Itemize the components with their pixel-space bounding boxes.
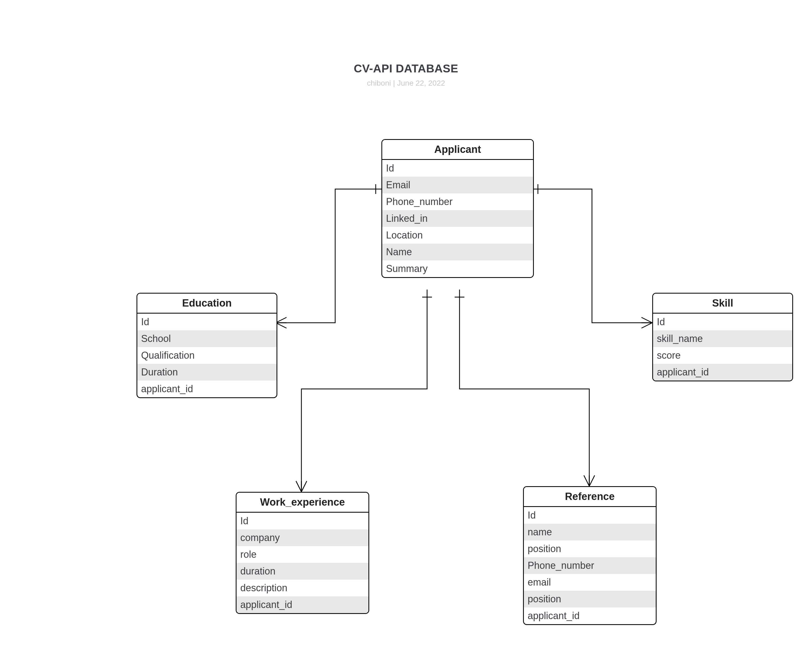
diagram-canvas: CV-API DATABASE chiboni | June 22, 2022	[0, 0, 812, 662]
entity-skill: Skill Id skill_name score applicant_id	[652, 293, 793, 381]
field: Summary	[382, 260, 533, 277]
field: position	[524, 591, 656, 607]
field: Linked_in	[382, 210, 533, 227]
field: position	[524, 540, 656, 557]
entity-education: Education Id School Qualification Durati…	[137, 293, 277, 398]
field: Duration	[137, 364, 277, 381]
field: Id	[653, 313, 792, 330]
entity-education-header: Education	[137, 294, 277, 313]
field: skill_name	[653, 330, 792, 347]
page-subtitle: chiboni | June 22, 2022	[0, 79, 812, 87]
entity-work-experience-header: Work_experience	[237, 493, 369, 513]
entity-work-experience: Work_experience Id company role duration…	[236, 492, 369, 614]
field: email	[524, 574, 656, 591]
field: Location	[382, 227, 533, 244]
entity-skill-header: Skill	[653, 294, 792, 313]
field: Email	[382, 177, 533, 193]
field: Phone_number	[382, 193, 533, 210]
field: School	[137, 330, 277, 347]
separator: |	[391, 79, 397, 87]
field: Id	[524, 507, 656, 524]
entity-applicant-header: Applicant	[382, 140, 533, 160]
field: company	[237, 529, 369, 546]
page-title: CV-API DATABASE	[0, 62, 812, 75]
field: description	[237, 580, 369, 596]
field: score	[653, 347, 792, 364]
entity-reference-header: Reference	[524, 487, 656, 507]
field: name	[524, 524, 656, 540]
field: applicant_id	[524, 607, 656, 624]
date-label: June 22, 2022	[397, 79, 445, 87]
author-label: chiboni	[367, 79, 391, 87]
field: Name	[382, 244, 533, 260]
entity-applicant: Applicant Id Email Phone_number Linked_i…	[382, 139, 534, 278]
field: Id	[137, 313, 277, 330]
field: applicant_id	[137, 381, 277, 397]
field: Phone_number	[524, 557, 656, 574]
field: applicant_id	[237, 596, 369, 613]
field: Qualification	[137, 347, 277, 364]
title-block: CV-API DATABASE chiboni | June 22, 2022	[0, 62, 812, 87]
field: role	[237, 546, 369, 563]
field: duration	[237, 563, 369, 580]
field: Id	[237, 513, 369, 529]
field: Id	[382, 160, 533, 177]
entity-reference: Reference Id name position Phone_number …	[523, 486, 657, 625]
field: applicant_id	[653, 364, 792, 381]
